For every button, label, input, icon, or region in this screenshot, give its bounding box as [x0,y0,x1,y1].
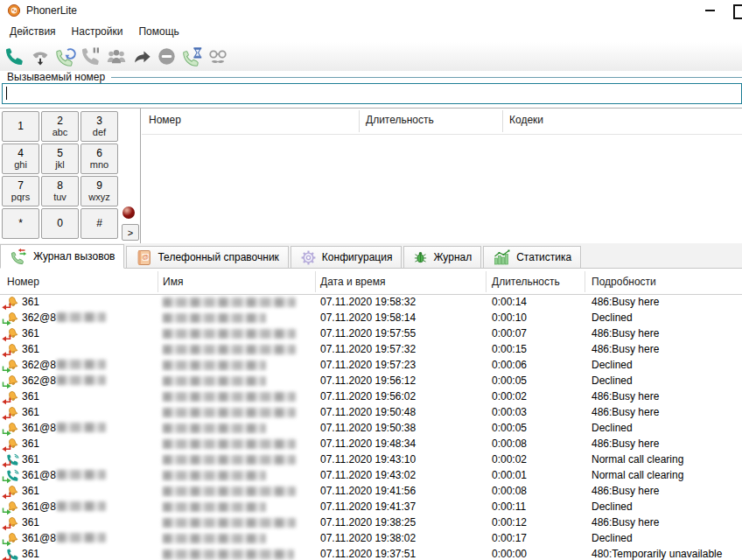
transfer-icon [131,46,152,67]
log-header-details[interactable]: Подробности [592,276,656,288]
maximize-button[interactable] [733,4,742,19]
dialpad: > 12abc3def4ghi5jkl6mno7pqrs8tuv9wxyz*0# [0,108,141,243]
log-row[interactable]: 362@807.11.2020 19:56:120:00:05Declined [0,374,742,389]
menu-item-1[interactable]: Настройки [64,23,131,40]
tab-statistics[interactable]: Статистика [483,246,581,268]
dialpad-key-4[interactable]: 4ghi [2,144,39,174]
do-not-disturb-button[interactable] [154,44,179,69]
log-header-datetime[interactable]: Дата и время [320,276,385,288]
conference-button[interactable] [103,44,129,69]
log-cell-number: 361 [22,391,39,402]
log-row[interactable]: 36107.11.2020 19:57:320:00:15486:Busy he… [0,342,742,358]
tab-call-log[interactable]: Журнал вызовов [0,244,124,269]
call-type-icons [3,548,19,560]
log-cell-number: 361 [22,297,39,308]
log-row[interactable]: 36107.11.2020 19:50:480:00:03486:Busy he… [0,405,742,421]
dial-number-input[interactable] [2,83,742,104]
call-type-icons [3,406,19,420]
tab-bar: Журнал вызовов@Телефонный справочникКонф… [0,243,742,269]
log-cell-number: 362@8 [22,360,106,371]
log-row[interactable]: 362@807.11.2020 19:57:230:00:06Declined [0,358,742,374]
dialpad-key-1[interactable]: 1 [2,111,39,142]
log-row[interactable]: 36107.11.2020 19:58:320:00:14486:Busy he… [0,295,742,311]
active-calls-header-number[interactable]: Номер [149,114,181,126]
redacted-number [57,501,106,511]
dial-number-group: Вызываемый номер [7,72,742,82]
redacted-name [163,439,296,449]
dialpad-key-3[interactable]: 3def [80,111,118,142]
redial-icon [55,46,76,67]
active-calls-header-codecs[interactable]: Кодеки [509,114,543,126]
log-cell-datetime: 07.11.2020 19:38:02 [320,533,416,544]
redacted-name [163,534,266,543]
log-cell-duration: 0:00:15 [492,344,527,355]
minimize-button[interactable] [702,4,718,18]
tab-log[interactable]: Журнал [403,246,481,268]
dialpad-key-5[interactable]: 5jkl [41,144,79,174]
menu-item-0[interactable]: Действия [2,23,64,40]
log-row[interactable]: 362@807.11.2020 19:58:140:00:10Declined [0,311,742,326]
redacted-name [163,408,296,417]
dial-button[interactable] [2,44,27,69]
log-cell-datetime: 07.11.2020 19:50:38 [320,423,416,434]
tab-label: Журнал вызовов [33,250,115,262]
log-row[interactable]: 361@807.11.2020 19:50:380:00:05Declined [0,421,742,437]
dialpad-key-7[interactable]: 7pqrs [2,176,39,206]
dialpad-key-8[interactable]: 8tuv [41,176,79,206]
log-cell-datetime: 07.11.2020 19:57:55 [320,328,416,340]
call-type-icons [3,485,19,499]
log-icon [413,249,428,265]
log-header-duration[interactable]: Длительность [492,276,560,288]
log-cell-number: 361 [22,438,39,450]
active-calls-header-duration[interactable]: Длительность [366,114,434,126]
log-row[interactable]: 36107.11.2020 19:37:510:00:00480:Tempora… [0,547,742,560]
call-type-icons [3,438,19,452]
log-cell-duration: 0:00:05 [492,375,527,387]
log-row[interactable]: 36107.11.2020 19:38:250:00:12486:Busy he… [0,515,742,531]
call-waiting-button[interactable] [179,44,205,69]
call-waiting-icon [182,46,203,67]
menu-bar: ДействияНастройкиПомощь [0,21,742,42]
hangup-button[interactable] [27,44,52,69]
dialpad-key-6[interactable]: 6mno [80,144,118,174]
redacted-name [163,424,266,433]
log-cell-number: 361 [22,454,39,466]
call-type-icons [3,359,19,373]
tab-label: Журнал [433,251,472,263]
log-row[interactable]: 361@807.11.2020 19:43:020:00:01Normal ca… [0,468,742,484]
log-header-name[interactable]: Имя [163,276,183,288]
log-row[interactable]: 361@807.11.2020 19:41:370:00:11Declined [0,500,742,515]
dialpad-key-2[interactable]: 2abc [41,111,79,142]
active-calls-table: Номер Длительность Кодеки [142,108,742,243]
log-row[interactable]: 361@807.11.2020 19:38:020:00:17Declined [0,531,742,547]
log-cell-datetime: 07.11.2020 19:43:10 [320,454,416,466]
tab-phonebook[interactable]: @Телефонный справочник [126,246,288,268]
hold-button[interactable] [78,44,103,69]
tab-label: Статистика [516,251,571,263]
dialpad-more-button[interactable]: > [122,224,139,241]
tab-configuration[interactable]: Конфигурация [290,246,402,268]
call-log-header: Номер Имя Дата и время Длительность Подр… [0,269,742,295]
log-row[interactable]: 36107.11.2020 19:57:550:00:07486:Busy he… [0,326,742,342]
anonymous-button[interactable] [205,44,230,69]
log-cell-number: 361 [22,344,39,355]
log-cell-details: Declined [592,360,633,371]
log-row[interactable]: 36107.11.2020 19:43:100:00:02Normal call… [0,452,742,468]
log-row[interactable]: 36107.11.2020 19:56:020:00:02486:Busy he… [0,389,742,405]
dialpad-key-0[interactable]: 0 [41,208,79,239]
log-cell-duration: 0:00:01 [492,470,527,481]
dialpad-key-9[interactable]: 9wxyz [80,176,118,206]
log-cell-details: Declined [592,423,633,434]
redial-button[interactable] [52,44,78,69]
redacted-name [163,376,266,386]
log-row[interactable]: 36107.11.2020 19:41:560:00:08486:Busy he… [0,484,742,500]
dialpad-key-pound[interactable]: # [80,208,118,239]
call-log-body: 36107.11.2020 19:58:320:00:14486:Busy he… [0,295,742,560]
log-header-number[interactable]: Номер [7,276,39,288]
log-cell-details: Normal call clearing [592,470,683,481]
transfer-button[interactable] [129,44,154,69]
dial-icon [4,46,24,66]
menu-item-2[interactable]: Помощь [130,23,186,40]
log-row[interactable]: 36107.11.2020 19:48:340:00:08486:Busy he… [0,437,742,452]
dialpad-key-star[interactable]: * [2,208,39,239]
